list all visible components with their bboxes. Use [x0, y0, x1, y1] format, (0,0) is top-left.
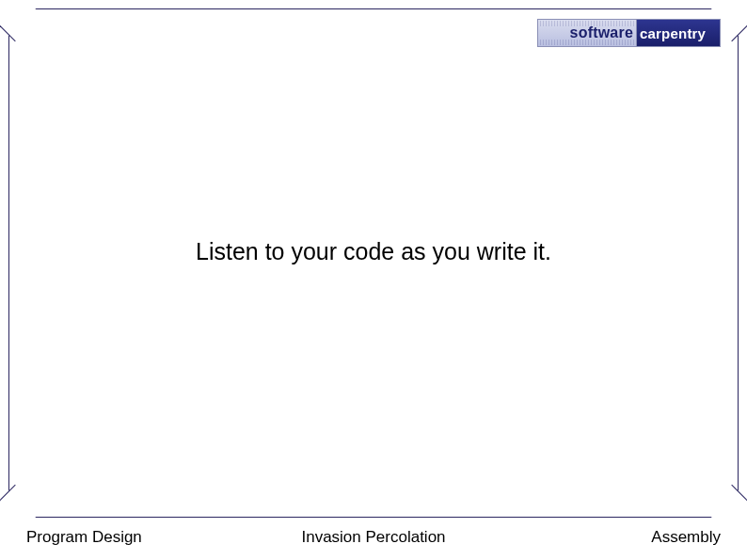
footer-right: Assembly — [651, 528, 721, 547]
logo-right-text: carpentry — [637, 20, 720, 46]
logo-left-text: software — [538, 20, 637, 46]
frame-corner-tl — [0, 0, 41, 41]
slide-footer: Program Design Invasion Percolation Asse… — [0, 526, 747, 549]
footer-center: Invasion Percolation — [0, 528, 747, 547]
slide-main-text: Listen to your code as you write it. — [0, 238, 747, 265]
logo-software-carpentry: software carpentry — [537, 19, 721, 47]
